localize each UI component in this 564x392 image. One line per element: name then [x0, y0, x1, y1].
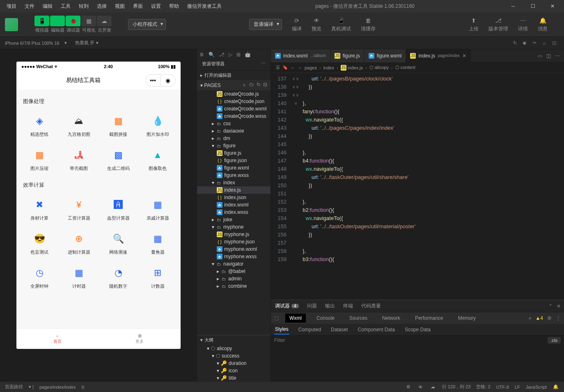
tree-item[interactable]: JS figure.js	[197, 149, 271, 157]
menu-界面[interactable]: 界面	[130, 1, 146, 11]
menu-设置[interactable]: 设置	[148, 1, 164, 11]
debugger-tab-代码质量[interactable]: 代码质量	[360, 301, 382, 311]
copy-path-icon[interactable]: ⎘	[82, 385, 85, 390]
tree-item[interactable]: ▸ 🗀 css	[197, 120, 271, 127]
mode-模拟器[interactable]: 📱模拟器	[34, 16, 49, 33]
minimize-button[interactable]: ─	[505, 0, 521, 12]
tree-item[interactable]: ▸ 🗀 dm	[197, 135, 271, 142]
new-folder-icon[interactable]: 🗀	[249, 82, 254, 89]
tool-计数器[interactable]: ⊞计数器	[140, 262, 176, 293]
tool-身材计算[interactable]: ✖身材计算	[21, 194, 57, 225]
dock-icon[interactable]: ⋮	[556, 315, 561, 321]
debugger-tab-终端[interactable]: 终端	[342, 301, 354, 311]
mode-可视化[interactable]: ▦可视化	[81, 16, 96, 33]
tool-进制计算器[interactable]: ⊕进制计算器	[61, 228, 97, 259]
home-icon[interactable]: ⌂	[539, 38, 549, 48]
indent-info[interactable]: 空格: 2	[476, 384, 490, 390]
styles-filter-input[interactable]	[274, 337, 548, 343]
menu-微信开发者工具[interactable]: 微信开发者工具	[184, 1, 225, 11]
tree-item[interactable]: { } myphone.json	[197, 238, 271, 245]
editor-tab[interactable]: ⬘ index.wxml ...\album	[271, 49, 330, 62]
mode-编辑器[interactable]: 编辑器	[50, 16, 65, 33]
tool-带壳截图[interactable]: 🏞带壳截图	[61, 144, 97, 175]
record-icon[interactable]: ◉	[520, 38, 530, 48]
tool-工资计算器[interactable]: ¥工资计算器	[61, 194, 97, 225]
app-mode-dropdown[interactable]: 小程序模式	[128, 19, 166, 30]
page-path[interactable]: pages/index/index	[39, 385, 76, 390]
cut-icon[interactable]: ✂	[530, 38, 539, 48]
tree-item[interactable]: { } index.json	[197, 194, 271, 201]
cls-button[interactable]: .cls	[548, 337, 561, 344]
explorer-more-icon[interactable]: ⋯	[261, 61, 266, 67]
tool-图片压缩[interactable]: ▦图片压缩	[21, 144, 57, 175]
close-tab-icon[interactable]: ✕	[462, 53, 466, 59]
tree-item[interactable]: ▾ 🗀 figure	[197, 142, 271, 149]
tree-item[interactable]: ⬘ myphone.wxml	[197, 245, 271, 253]
search-icon[interactable]: 🔍	[209, 52, 215, 57]
git-icon[interactable]: ⎇	[219, 52, 225, 57]
tree-item[interactable]: JS createQrcode.js	[197, 90, 271, 98]
tree-item[interactable]: { } createQrcode.json	[197, 98, 271, 105]
editor-tab[interactable]: ⬘ figure.wxml	[365, 49, 406, 62]
debugger-tab-问题[interactable]: 问题	[306, 301, 318, 311]
menu-工具[interactable]: 工具	[57, 1, 74, 11]
nav-back-icon[interactable]: ←	[291, 65, 295, 70]
action-真机调试[interactable]: 📱真机调试	[328, 15, 354, 34]
compile-mode-dropdown[interactable]: 普通编译	[249, 19, 282, 30]
action-版本管理[interactable]: ⎇版本管理	[485, 15, 511, 34]
tool-血型计算器[interactable]: 🅰血型计算器	[100, 194, 136, 225]
devtools-tab-Network[interactable]: Network	[378, 314, 404, 323]
tree-item[interactable]: ⬘ index.wxss	[197, 209, 271, 216]
bell-icon[interactable]: 🔔	[553, 384, 559, 390]
capsule-close[interactable]: ◉	[160, 75, 175, 86]
capsule-menu[interactable]: •••	[146, 75, 160, 86]
chevron-icon[interactable]: »	[529, 315, 532, 321]
tree-item[interactable]: JS myphone.js	[197, 231, 271, 238]
files-icon[interactable]: 🗎	[199, 52, 204, 57]
tool-计时器[interactable]: ▦计时器	[61, 262, 97, 293]
more-icon[interactable]: ⋯	[555, 53, 560, 59]
tree-item[interactable]: JS index.js	[197, 186, 271, 194]
open-editors-section[interactable]: ▸ 打开的编辑器	[197, 71, 271, 80]
eye-icon[interactable]: 👁	[417, 384, 424, 390]
encoding-info[interactable]: UTF-8	[496, 385, 509, 390]
tool-图片加水印[interactable]: 💧图片加水印	[140, 110, 176, 141]
cloud-icon[interactable]: ☁	[430, 384, 436, 390]
split-icon[interactable]: ◫	[546, 53, 551, 59]
devtools-tab-Performance[interactable]: Performance	[411, 314, 447, 323]
breadcrumbs[interactable]: ☰ 🔖 ← → pages›index›JS index.js›⬡ alicop…	[271, 62, 564, 73]
tool-九宫格切图[interactable]: ⛰九宫格切图	[61, 110, 97, 141]
action-清缓存[interactable]: 🗑清缓存	[358, 15, 379, 34]
code-editor[interactable]: 137 138 139 140 141 142 143 144 145 146 …	[271, 73, 564, 300]
menu-文件[interactable]: 文件	[21, 1, 38, 11]
mode-云开发[interactable]: ☁云开发	[97, 16, 112, 33]
editor-tab[interactable]: JS index.js pages\index ✕	[406, 49, 471, 62]
action-消息[interactable]: 🔔消息	[534, 15, 551, 34]
debugger-tab-输出[interactable]: 输出	[324, 301, 336, 311]
bookmark-icon[interactable]: 🔖	[282, 65, 288, 70]
new-file-icon[interactable]: ＋	[242, 82, 247, 89]
tree-item[interactable]: ▸ 🗀 combine	[197, 282, 271, 290]
breadcrumb-item[interactable]: ⬡ alicopy	[369, 65, 389, 70]
debug-icon[interactable]: ▷	[229, 52, 232, 57]
breadcrumb-item[interactable]: pages	[305, 65, 317, 70]
editor-tab[interactable]: JS figure.js	[330, 49, 365, 62]
mode-调试器[interactable]: 🐞调试器	[66, 16, 80, 33]
panel-close-icon[interactable]: ✕	[557, 303, 561, 309]
device-selector[interactable]: iPhone 6/7/8 Plus 100% 16	[5, 41, 60, 46]
outline-section[interactable]: ▾ 大纲	[197, 335, 271, 345]
tool-截图拼接[interactable]: ▦截图拼接	[100, 110, 136, 141]
tool-生成二维码[interactable]: ▩生成二维码	[100, 144, 136, 175]
action-预览[interactable]: 👁预览	[308, 15, 325, 34]
settings-icon[interactable]: ⚙	[405, 384, 412, 390]
close-button[interactable]: ✕	[544, 0, 561, 12]
outline-item[interactable]: ▾ 🔑 duration	[197, 360, 271, 367]
styles-subtab-Dataset[interactable]: Dataset	[330, 325, 348, 334]
outline-item[interactable]: ▾ ⬡ success	[197, 352, 271, 360]
eol-info[interactable]: LF	[515, 385, 520, 390]
debugger-tab-调试器[interactable]: 调试器4	[274, 301, 300, 311]
menu-视图[interactable]: 视图	[112, 1, 128, 11]
outline-item[interactable]: ▾ 🔑 icon	[197, 367, 271, 374]
tree-item[interactable]: ⬘ figure.wxss	[197, 172, 271, 179]
action-上传[interactable]: ⬆上传	[465, 15, 482, 34]
